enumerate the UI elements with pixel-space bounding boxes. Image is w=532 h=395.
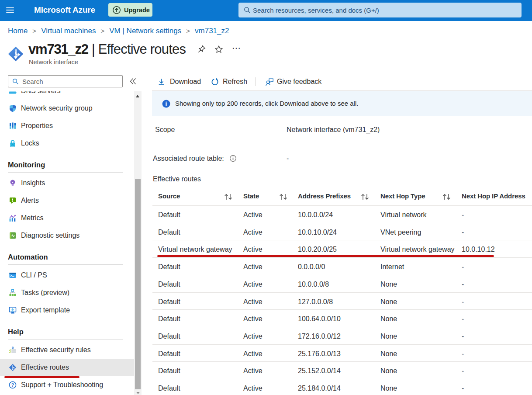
svg-text:?: ? — [11, 382, 14, 388]
